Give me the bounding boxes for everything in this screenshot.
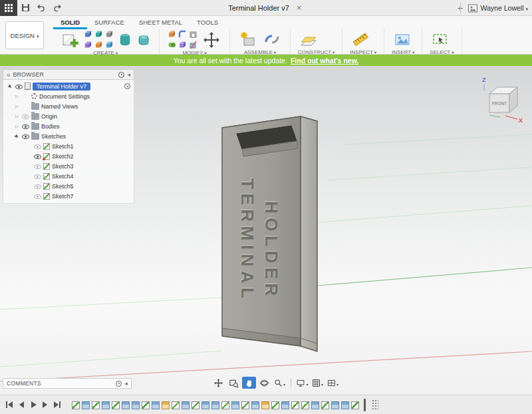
visibility-eye-icon[interactable] [34, 142, 41, 150]
timeline-feature-item[interactable] [180, 399, 190, 411]
joint-button[interactable] [261, 29, 283, 49]
timeline-skip-end-button[interactable] [51, 399, 63, 411]
expand-arrow-icon[interactable] [14, 104, 20, 109]
hole-button[interactable] [104, 29, 114, 39]
visibility-eye-icon[interactable] [22, 112, 29, 120]
model-side-face[interactable] [301, 116, 317, 351]
timeline-feature-item[interactable] [350, 399, 360, 411]
activate-component-icon[interactable] [124, 83, 130, 89]
timeline-feature-item[interactable] [310, 399, 320, 411]
new-component-button[interactable] [237, 29, 259, 49]
collapse-panel-icon[interactable] [7, 71, 11, 79]
cylinder-primitive-button[interactable] [104, 40, 114, 50]
timeline-feature-item[interactable] [250, 399, 260, 411]
revolve-button[interactable] [94, 29, 104, 39]
browser-tree-item[interactable]: Sketch1 [3, 141, 134, 151]
browser-tree-item[interactable]: Sketch4 [3, 171, 134, 181]
comments-target-icon[interactable] [116, 381, 122, 387]
fillet-button[interactable] [178, 29, 188, 39]
insert-button[interactable] [392, 29, 413, 49]
timeline-drag-handle[interactable] [372, 399, 378, 410]
timeline-feature-item[interactable] [330, 399, 340, 411]
combine-button[interactable] [167, 40, 177, 50]
timeline-feature-item[interactable] [120, 399, 130, 411]
browser-tree-item[interactable]: Sketch2 [3, 151, 134, 161]
target-icon[interactable] [118, 72, 124, 78]
browser-tree-item[interactable]: Origin [3, 111, 134, 121]
comments-arrow-icon[interactable] [124, 380, 128, 387]
app-grid-button[interactable] [0, 0, 17, 16]
browser-tree-item[interactable]: Bodies [3, 121, 134, 131]
offset-face-button[interactable] [178, 40, 188, 50]
browser-tree-item[interactable]: Sketch3 [3, 161, 134, 171]
whats-new-link[interactable]: Find out what's new. [291, 57, 358, 65]
extrude-button[interactable] [83, 29, 93, 39]
pan-button[interactable] [211, 377, 225, 389]
sweep-button[interactable] [83, 40, 93, 50]
document-tab[interactable]: Terminal Holder v7 [228, 0, 304, 16]
view-cube[interactable]: Z FRONT X [479, 74, 525, 126]
select-button[interactable] [430, 29, 451, 49]
zoom-button[interactable] [273, 377, 287, 389]
timeline-feature-item[interactable] [260, 399, 270, 411]
grid-settings-button[interactable] [311, 377, 325, 389]
visibility-eye-icon[interactable] [34, 172, 41, 180]
press-pull-button[interactable] [167, 29, 177, 39]
split-body-button[interactable] [188, 40, 198, 50]
timeline-feature-item[interactable] [290, 399, 300, 411]
timeline-step-back-button[interactable] [15, 399, 27, 411]
form-button[interactable] [117, 31, 133, 49]
timeline-feature-item[interactable] [80, 399, 90, 411]
move-copy-button[interactable] [201, 30, 222, 50]
visibility-eye-icon[interactable] [22, 122, 29, 130]
create-sketch-button[interactable] [59, 30, 80, 50]
timeline-feature-item[interactable] [130, 399, 140, 411]
visibility-eye-icon[interactable] [22, 132, 29, 140]
visibility-eye-icon[interactable] [15, 83, 23, 90]
timeline-feature-item[interactable] [270, 399, 280, 411]
undo-button[interactable] [33, 1, 49, 15]
fit-view-button[interactable] [227, 377, 241, 389]
browser-tree-item[interactable]: Named Views [3, 101, 134, 111]
construct-plane-button[interactable] [298, 29, 319, 49]
expand-arrow-icon[interactable] [14, 124, 20, 129]
timeline-feature-item[interactable] [230, 399, 240, 411]
display-settings-button[interactable] [295, 377, 309, 389]
expand-arrow-icon[interactable] [7, 84, 13, 89]
workspace-selector[interactable]: DESIGN [5, 21, 44, 49]
shell-button[interactable] [188, 29, 198, 39]
expand-arrow-icon[interactable] [14, 134, 20, 139]
timeline-feature-item[interactable] [340, 399, 350, 411]
expand-arrow-icon[interactable] [14, 94, 20, 99]
pan-hand-button[interactable] [242, 377, 256, 389]
ribbon-tab[interactable]: SOLID [53, 17, 87, 29]
visibility-eye-icon[interactable] [34, 182, 41, 190]
timeline-feature-item[interactable] [200, 399, 210, 411]
timeline-feature-item[interactable] [240, 399, 250, 411]
timeline-play-button[interactable] [27, 399, 39, 411]
timeline-feature-item[interactable] [320, 399, 330, 411]
redo-button[interactable] [49, 1, 65, 15]
viewports-button[interactable] [326, 377, 340, 389]
timeline-step-forward-button[interactable] [39, 399, 51, 411]
timeline-feature-item[interactable] [70, 399, 80, 411]
browser-root-item[interactable]: Terminal Holder v7 [3, 81, 134, 91]
timeline-feature-item[interactable] [190, 399, 200, 411]
save-button[interactable] [17, 1, 33, 15]
comments-panel[interactable]: COMMENTS [3, 378, 132, 389]
orbit-button[interactable] [257, 377, 271, 389]
viewport-canvas[interactable]: TERMINAL TERMINAL HOLDER HOLDER BROWSER [0, 66, 532, 395]
browser-tree-item[interactable]: Sketch5 [3, 181, 134, 191]
model-terminal-holder[interactable]: TERMINAL TERMINAL HOLDER HOLDER [222, 116, 317, 351]
timeline-feature-item[interactable] [210, 399, 220, 411]
primitive-cylinder-button[interactable] [136, 31, 152, 49]
browser-tree-item[interactable]: Sketch7 [3, 191, 134, 201]
panel-arrow-icon[interactable] [127, 71, 130, 78]
visibility-eye-icon[interactable] [34, 152, 41, 160]
timeline-feature-item[interactable] [280, 399, 290, 411]
measure-button[interactable] [350, 29, 371, 49]
browser-tree-item[interactable]: Document Settings [3, 91, 134, 101]
expand-arrow-icon[interactable] [14, 114, 20, 119]
timeline-feature-item[interactable] [150, 399, 160, 411]
visibility-eye-icon[interactable] [34, 192, 41, 200]
